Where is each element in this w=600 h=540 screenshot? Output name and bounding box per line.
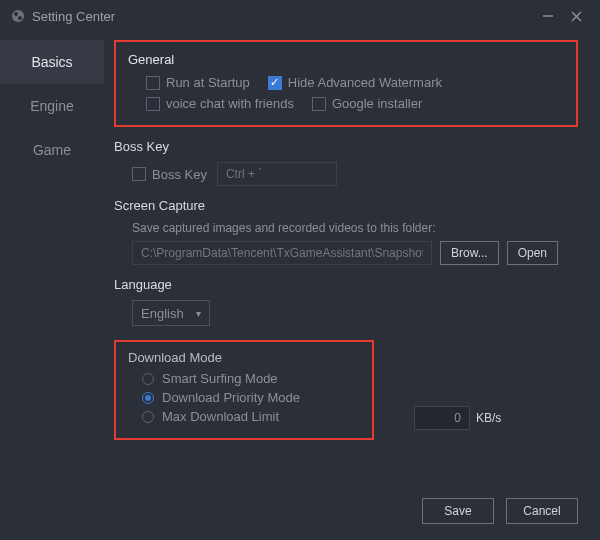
window-title: Setting Center [32, 9, 534, 24]
checkbox-google-installer[interactable]: Google installer [312, 96, 422, 111]
browse-button[interactable]: Brow... [440, 241, 499, 265]
radio-smart-surfing[interactable]: Smart Surfing Mode [128, 371, 360, 386]
close-button[interactable] [562, 2, 590, 30]
content: General Run at Startup ✓ Hide Advanced W… [104, 32, 600, 540]
unchecked-icon [146, 76, 160, 90]
checked-icon: ✓ [268, 76, 282, 90]
capture-title: Screen Capture [114, 198, 578, 213]
radio-unselected-icon [142, 411, 154, 423]
capture-caption: Save captured images and recorded videos… [114, 221, 578, 235]
language-section: Language English ▾ [114, 277, 578, 326]
svg-point-1 [14, 12, 18, 16]
checkbox-hide-watermark[interactable]: ✓ Hide Advanced Watermark [268, 75, 442, 90]
sidebar-item-game[interactable]: Game [0, 128, 104, 172]
language-selected: English [141, 306, 184, 321]
radio-download-priority[interactable]: Download Priority Mode [128, 390, 360, 405]
footer: Save Cancel [422, 498, 578, 524]
capture-section: Screen Capture Save captured images and … [114, 198, 578, 265]
download-limit-row: KB/s [414, 406, 501, 430]
bosskey-section: Boss Key Boss Key [114, 139, 578, 186]
bosskey-title: Boss Key [114, 139, 578, 154]
save-button[interactable]: Save [422, 498, 494, 524]
svg-point-0 [12, 10, 24, 22]
radio-max-download-limit[interactable]: Max Download Limit [128, 409, 360, 424]
chevron-down-icon: ▾ [196, 308, 201, 319]
download-section-highlight: Download Mode Smart Surfing Mode Downloa… [114, 340, 374, 440]
unchecked-icon [132, 167, 146, 181]
language-title: Language [114, 277, 578, 292]
sidebar-item-basics[interactable]: Basics [0, 40, 104, 84]
open-button[interactable]: Open [507, 241, 558, 265]
download-limit-unit: KB/s [476, 411, 501, 425]
titlebar: Setting Center [0, 0, 600, 32]
radio-unselected-icon [142, 373, 154, 385]
checkbox-run-at-startup[interactable]: Run at Startup [146, 75, 250, 90]
bosskey-shortcut-input[interactable] [217, 162, 337, 186]
checkbox-voice-chat[interactable]: voice chat with friends [146, 96, 294, 111]
settings-window: Setting Center Basics Engine Game Genera… [0, 0, 600, 540]
sidebar-item-engine[interactable]: Engine [0, 84, 104, 128]
language-select[interactable]: English ▾ [132, 300, 210, 326]
minimize-button[interactable] [534, 2, 562, 30]
checkbox-boss-key[interactable]: Boss Key [132, 167, 207, 182]
app-icon [10, 8, 26, 24]
general-title: General [128, 52, 564, 67]
download-limit-input[interactable] [414, 406, 470, 430]
capture-path-input[interactable] [132, 241, 432, 265]
sidebar: Basics Engine Game [0, 32, 104, 540]
download-title: Download Mode [128, 350, 360, 365]
body: Basics Engine Game General Run at Startu… [0, 32, 600, 540]
unchecked-icon [312, 97, 326, 111]
radio-selected-icon [142, 392, 154, 404]
unchecked-icon [146, 97, 160, 111]
cancel-button[interactable]: Cancel [506, 498, 578, 524]
general-section-highlight: General Run at Startup ✓ Hide Advanced W… [114, 40, 578, 127]
svg-point-2 [18, 16, 22, 20]
